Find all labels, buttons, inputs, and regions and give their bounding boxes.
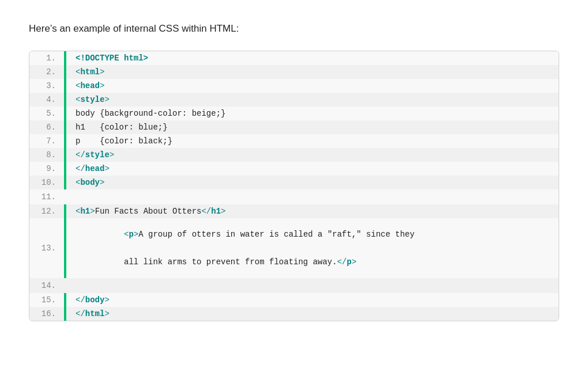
code-text-close: </p> (337, 257, 357, 267)
code-text: <head> (76, 81, 104, 90)
code-text: </head> (76, 164, 110, 173)
code-text: <style> (76, 95, 110, 104)
code-text: <body> (76, 178, 104, 187)
code-line-7: p {color: black;} (66, 134, 559, 148)
code-text: <p> (124, 230, 138, 239)
line-number-5: 5. (29, 107, 64, 120)
line-number-10: 10. (29, 176, 64, 189)
code-text: <!DOCTYPE html> (76, 54, 148, 63)
code-text: p {color: black;} (76, 136, 172, 146)
code-line-9: </head> (66, 162, 559, 176)
code-row-8: 8. </style> (29, 148, 559, 162)
code-line-13a: <p>A group of otters in water is called … (76, 221, 414, 248)
code-row-7: 7. p {color: black;} (29, 134, 559, 148)
line-number-8: 8. (29, 148, 64, 162)
code-line-15: </body> (66, 293, 559, 307)
line-number-12: 12. (29, 204, 64, 218)
line-number-9: 9. (29, 162, 64, 176)
code-line-5: body {background-color: beige;} (66, 107, 559, 120)
code-line-14 (66, 278, 559, 293)
code-row-2: 2. <html> (29, 65, 559, 79)
code-text: </html> (76, 309, 110, 318)
code-row-3: 3. <head> (29, 79, 559, 93)
code-text-plain: A group of otters in water is called a "… (138, 230, 414, 239)
code-row-9: 9. </head> (29, 162, 559, 176)
line-number-7: 7. (29, 134, 64, 148)
code-block: 1. <!DOCTYPE html> 2. <html> 3. <head> 4… (29, 51, 559, 321)
line-number-4: 4. (29, 93, 64, 107)
line-number-13: 13. (29, 218, 64, 278)
code-line-3: <head> (66, 79, 559, 93)
code-line-10: <body> (66, 176, 559, 189)
code-text-plain: Fun Facts About Otters (95, 207, 202, 216)
code-line-12: <h1>Fun Facts About Otters</h1> (66, 204, 559, 218)
code-line-13b: all link arms to prevent from floating a… (76, 248, 356, 276)
code-row-5: 5. body {background-color: beige;} (29, 107, 559, 120)
line-number-1: 1. (29, 51, 64, 65)
line-number-14: 14. (29, 278, 64, 293)
line-number-16: 16. (29, 307, 64, 321)
intro-text: Here’s an example of internal CSS within… (29, 23, 559, 35)
code-row-15: 15. </body> (29, 293, 559, 307)
code-text: h1 {color: blue;} (76, 123, 168, 132)
code-line-1: <!DOCTYPE html> (66, 51, 559, 65)
line-number-11: 11. (29, 189, 64, 204)
code-text-plain2: all link arms to prevent from floating a… (124, 257, 337, 267)
line-number-15: 15. (29, 293, 64, 307)
code-line-2: <html> (66, 65, 559, 79)
code-row-12: 12. <h1>Fun Facts About Otters</h1> (29, 204, 559, 218)
code-line-16: </html> (66, 307, 559, 321)
code-line-13: <p>A group of otters in water is called … (66, 218, 559, 278)
code-text: </body> (76, 295, 110, 305)
code-line-11 (66, 189, 559, 204)
code-text: <html> (76, 67, 104, 77)
code-table: 1. <!DOCTYPE html> 2. <html> 3. <head> 4… (29, 51, 559, 321)
code-row-11: 11. (29, 189, 559, 204)
code-row-14: 14. (29, 278, 559, 293)
code-text: </style> (76, 150, 114, 159)
code-row-10: 10. <body> (29, 176, 559, 189)
code-line-6: h1 {color: blue;} (66, 120, 559, 134)
line-number-3: 3. (29, 79, 64, 93)
line-number-2: 2. (29, 65, 64, 79)
code-text-close: </h1> (201, 207, 225, 216)
code-row-16: 16. </html> (29, 307, 559, 321)
code-row-6: 6. h1 {color: blue;} (29, 120, 559, 134)
code-row-13: 13. <p>A group of otters in water is cal… (29, 218, 559, 278)
code-line-4: <style> (66, 93, 559, 107)
code-text: <h1> (76, 207, 95, 216)
code-text: body {background-color: beige;} (76, 109, 225, 118)
line-number-6: 6. (29, 120, 64, 134)
code-line-8: </style> (66, 148, 559, 162)
code-row-1: 1. <!DOCTYPE html> (29, 51, 559, 65)
code-row-4: 4. <style> (29, 93, 559, 107)
